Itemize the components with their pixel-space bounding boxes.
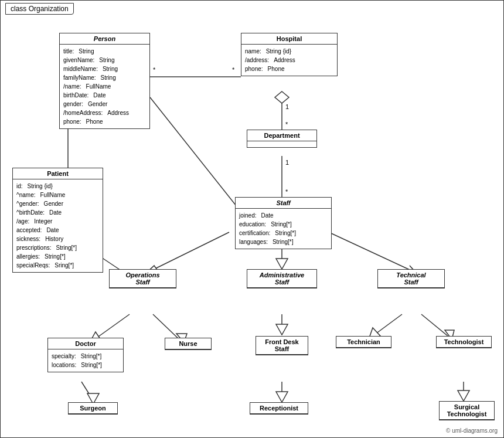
doctor-title: Doctor (48, 338, 123, 349)
patient-title: Patient (13, 168, 103, 179)
svg-line-23 (94, 314, 130, 339)
diagram-title: class Organization (5, 3, 74, 15)
svg-text:1: 1 (285, 159, 289, 166)
person-title: Person (60, 33, 149, 45)
technician-title: Technician (336, 337, 391, 348)
surgical-technologist-title: SurgicalTechnologist (440, 402, 494, 420)
svg-line-33 (81, 382, 94, 402)
front-desk-staff-class: Front DeskStaff (256, 336, 308, 355)
svg-marker-38 (458, 391, 469, 401)
hospital-attrs: name:String {id} /address:Address phone:… (241, 45, 337, 76)
nurse-class: Nurse (165, 338, 212, 350)
hospital-title: Hospital (241, 33, 337, 45)
svg-line-31 (421, 314, 448, 336)
department-attrs (247, 141, 316, 147)
receptionist-class: Receptionist (250, 402, 308, 415)
hospital-class: Hospital name:String {id} /address:Addre… (241, 33, 338, 76)
person-class: Person title:String givenName:String mid… (59, 33, 150, 129)
svg-line-21 (329, 232, 411, 270)
svg-line-25 (153, 314, 179, 339)
diagram-container: class Organization * * 1 * 1 * * * (0, 0, 504, 438)
operations-staff-class: OperationsStaff (109, 269, 176, 288)
receptionist-title: Receptionist (250, 403, 308, 414)
technologist-class: Technologist (436, 336, 492, 348)
staff-title: Staff (236, 198, 331, 209)
staff-attrs: joined:Date education:String[*] certific… (236, 209, 331, 249)
svg-line-17 (152, 232, 229, 270)
front-desk-staff-title: Front DeskStaff (256, 337, 308, 355)
technical-staff-title: TechnicalStaff (378, 270, 444, 288)
nurse-title: Nurse (165, 338, 211, 349)
surgeon-title: Surgeon (69, 403, 117, 414)
surgical-technologist-class: SurgicalTechnologist (439, 401, 495, 420)
department-title: Department (247, 130, 316, 141)
svg-text:*: * (232, 66, 235, 73)
operations-staff-title: OperationsStaff (110, 270, 176, 288)
technologist-title: Technologist (437, 337, 491, 348)
staff-class: Staff joined:Date education:String[*] ce… (235, 197, 332, 249)
department-class: Department (247, 130, 317, 148)
svg-line-29 (373, 314, 402, 336)
technical-staff-class: TechnicalStaff (377, 269, 445, 288)
svg-text:*: * (285, 188, 288, 195)
svg-marker-36 (276, 392, 288, 402)
surgeon-class: Surgeon (68, 402, 118, 415)
svg-marker-20 (276, 259, 288, 269)
copyright: © uml-diagrams.org (446, 427, 498, 434)
svg-text:1: 1 (285, 103, 289, 110)
person-attrs: title:String givenName:String middleName… (60, 45, 149, 128)
patient-attrs: id:String {id} ^name:FullName ^gender:Ge… (13, 179, 103, 272)
doctor-attrs: specialty:String[*] locations:String[*] (48, 349, 123, 372)
technician-class: Technician (336, 336, 391, 348)
svg-marker-28 (276, 324, 288, 335)
doctor-class: Doctor specialty:String[*] locations:Str… (47, 338, 124, 372)
administrative-staff-title: AdministrativeStaff (247, 270, 316, 288)
patient-class: Patient id:String {id} ^name:FullName ^g… (12, 168, 103, 273)
administrative-staff-class: AdministrativeStaff (247, 269, 317, 288)
svg-line-12 (150, 97, 241, 212)
svg-text:*: * (153, 66, 156, 73)
svg-text:*: * (285, 121, 288, 128)
svg-marker-4 (275, 91, 289, 103)
